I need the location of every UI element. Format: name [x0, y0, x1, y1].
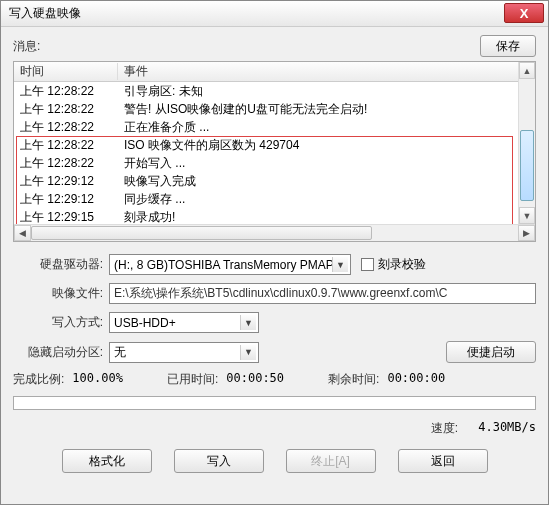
drive-label: 硬盘驱动器: [13, 256, 109, 273]
bottom-button-row: 格式化 写入 终止[A] 返回 [13, 449, 536, 473]
scroll-up-icon[interactable]: ▲ [519, 62, 535, 79]
content-area: 消息: 保存 时间 事件 上午 12:28:22引导扇区: 未知 上午 12:2… [1, 27, 548, 483]
message-label: 消息: [13, 38, 472, 55]
chevron-down-icon[interactable]: ▼ [240, 345, 256, 360]
format-button[interactable]: 格式化 [62, 449, 152, 473]
drive-row: 硬盘驱动器: (H:, 8 GB)TOSHIBA TransMemory PMA… [13, 254, 536, 275]
scroll-down-icon[interactable]: ▼ [519, 207, 535, 224]
speed-row: 速度: 4.30MB/s [13, 420, 536, 437]
vertical-scrollbar[interactable]: ▲ ▼ [518, 62, 535, 224]
chevron-down-icon[interactable]: ▼ [332, 257, 348, 272]
message-header-row: 消息: 保存 [13, 35, 536, 57]
scroll-track[interactable] [519, 79, 535, 207]
hidden-row: 隐藏启动分区: 无 ▼ 便捷启动 [13, 341, 536, 363]
elapsed-label: 已用时间: [167, 371, 218, 388]
progress-info-row: 完成比例: 100.00% 已用时间: 00:00:50 剩余时间: 00:00… [13, 371, 536, 388]
titlebar[interactable]: 写入硬盘映像 X [1, 1, 548, 27]
hscroll-track[interactable] [31, 225, 518, 241]
close-icon: X [520, 7, 529, 20]
percent-label: 完成比例: [13, 371, 64, 388]
log-header: 时间 事件 [14, 62, 535, 82]
portable-boot-button[interactable]: 便捷启动 [446, 341, 536, 363]
image-path-value: E:\系统\操作系统\BT5\cdlinux\cdlinux0.9.7\www.… [114, 285, 447, 302]
window: 写入硬盘映像 X 消息: 保存 时间 事件 上午 12:28:22引导扇区: 未… [0, 0, 549, 505]
horizontal-scrollbar[interactable]: ◀ ▶ [14, 224, 535, 241]
verify-checkbox[interactable] [361, 258, 374, 271]
mode-value: USB-HDD+ [114, 316, 176, 330]
write-button[interactable]: 写入 [174, 449, 264, 473]
list-row[interactable]: 上午 12:28:22开始写入 ... [14, 154, 535, 172]
log-listbox: 时间 事件 上午 12:28:22引导扇区: 未知 上午 12:28:22警告!… [13, 61, 536, 242]
form-area: 硬盘驱动器: (H:, 8 GB)TOSHIBA TransMemory PMA… [13, 254, 536, 473]
log-body: 上午 12:28:22引导扇区: 未知 上午 12:28:22警告! 从ISO映… [14, 82, 535, 224]
chevron-down-icon[interactable]: ▼ [240, 315, 256, 330]
mode-combo[interactable]: USB-HDD+ ▼ [109, 312, 259, 333]
drive-value: (H:, 8 GB)TOSHIBA TransMemory PMAP [114, 258, 334, 272]
save-button[interactable]: 保存 [480, 35, 536, 57]
col-time[interactable]: 时间 [14, 63, 118, 80]
verify-checkbox-wrap[interactable]: 刻录校验 [361, 256, 426, 273]
mode-row: 写入方式: USB-HDD+ ▼ [13, 312, 536, 333]
drive-combo[interactable]: (H:, 8 GB)TOSHIBA TransMemory PMAP ▼ [109, 254, 351, 275]
percent-value: 100.00% [72, 371, 123, 388]
image-row: 映像文件: E:\系统\操作系统\BT5\cdlinux\cdlinux0.9.… [13, 283, 536, 304]
list-row[interactable]: 上午 12:29:12映像写入完成 [14, 172, 535, 190]
speed-label: 速度: [431, 420, 458, 437]
back-button[interactable]: 返回 [398, 449, 488, 473]
mode-label: 写入方式: [13, 314, 109, 331]
speed-value: 4.30MB/s [478, 420, 536, 437]
progress-bar [13, 396, 536, 410]
hscroll-thumb[interactable] [31, 226, 372, 240]
list-row[interactable]: 上午 12:28:22ISO 映像文件的扇区数为 429704 [14, 136, 535, 154]
scroll-thumb[interactable] [520, 130, 534, 200]
remain-label: 剩余时间: [328, 371, 379, 388]
close-button[interactable]: X [504, 3, 544, 23]
window-title: 写入硬盘映像 [5, 5, 544, 22]
scroll-left-icon[interactable]: ◀ [14, 225, 31, 241]
hidden-value: 无 [114, 344, 126, 361]
image-path-field[interactable]: E:\系统\操作系统\BT5\cdlinux\cdlinux0.9.7\www.… [109, 283, 536, 304]
elapsed-value: 00:00:50 [226, 371, 284, 388]
hidden-combo[interactable]: 无 ▼ [109, 342, 259, 363]
scroll-right-icon[interactable]: ▶ [518, 225, 535, 241]
hidden-label: 隐藏启动分区: [13, 344, 109, 361]
list-row[interactable]: 上午 12:29:12同步缓存 ... [14, 190, 535, 208]
log-viewport[interactable]: 时间 事件 上午 12:28:22引导扇区: 未知 上午 12:28:22警告!… [14, 62, 535, 224]
verify-label: 刻录校验 [378, 256, 426, 273]
list-row[interactable]: 上午 12:28:22警告! 从ISO映像创建的U盘可能无法完全启动! [14, 100, 535, 118]
remain-value: 00:00:00 [387, 371, 445, 388]
image-label: 映像文件: [13, 285, 109, 302]
col-event[interactable]: 事件 [118, 63, 535, 80]
list-row[interactable]: 上午 12:28:22引导扇区: 未知 [14, 82, 535, 100]
list-row[interactable]: 上午 12:29:15刻录成功! [14, 208, 535, 224]
abort-button: 终止[A] [286, 449, 376, 473]
list-row[interactable]: 上午 12:28:22正在准备介质 ... [14, 118, 535, 136]
